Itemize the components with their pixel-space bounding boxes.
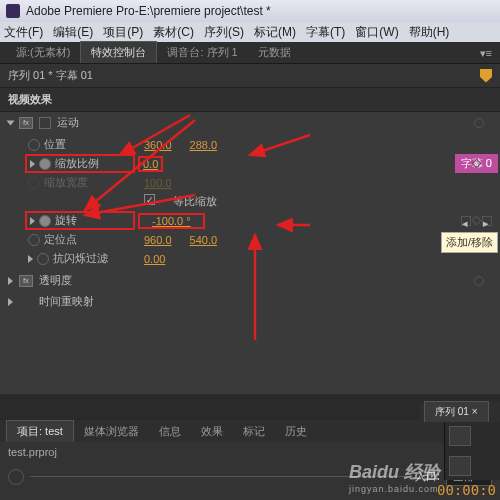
tooltip: 添加/移除 bbox=[441, 232, 498, 253]
prop-anchor-point: 定位点 960.0 540.0 bbox=[28, 230, 500, 249]
disclosure-icon[interactable] bbox=[30, 217, 35, 225]
add-keyframe-icon[interactable] bbox=[472, 216, 482, 226]
source-panel-tabs: 源:(无素材) 特效控制台 调音台: 序列 1 元数据 ▾≡ bbox=[0, 42, 500, 64]
menu-marker[interactable]: 标记(M) bbox=[254, 24, 296, 41]
position-y[interactable]: 288.0 bbox=[190, 139, 218, 151]
stopwatch-icon[interactable] bbox=[39, 158, 51, 170]
uniform-scale-checkbox[interactable]: ✓ bbox=[144, 194, 155, 205]
rotation-value[interactable]: -100.0 ° bbox=[138, 213, 205, 229]
stopwatch-icon[interactable] bbox=[28, 139, 40, 151]
tab-history[interactable]: 历史 bbox=[275, 421, 317, 442]
effect-bypass-icon[interactable] bbox=[474, 118, 484, 128]
prop-position: 位置 360.0 288.0 bbox=[28, 135, 500, 154]
prop-antiflicker: 抗闪烁过滤 0.00 bbox=[28, 249, 500, 268]
effect-motion[interactable]: fx 运动 bbox=[0, 112, 500, 133]
next-keyframe-icon[interactable]: ▸ bbox=[482, 216, 492, 226]
menu-edit[interactable]: 编辑(E) bbox=[53, 24, 93, 41]
scale-value[interactable]: 0.0 bbox=[138, 156, 163, 172]
prop-scale: 缩放比例 0.0 ◂▸ bbox=[28, 154, 500, 173]
prev-keyframe-icon[interactable]: ◂ bbox=[461, 216, 471, 226]
clip-name: 序列 01 * 字幕 01 bbox=[8, 68, 93, 83]
effect-motion-label: 运动 bbox=[57, 115, 79, 130]
tab-effect-controls[interactable]: 特效控制台 bbox=[80, 41, 157, 63]
prop-scale-width: 缩放宽度 100.0 bbox=[28, 173, 500, 192]
menu-project[interactable]: 项目(P) bbox=[103, 24, 143, 41]
fx-badge-icon[interactable]: fx bbox=[19, 275, 33, 287]
app-logo-icon bbox=[6, 4, 20, 18]
prop-uniform-scale: ✓等比缩放 bbox=[28, 192, 500, 211]
tab-markers[interactable]: 标记 bbox=[233, 421, 275, 442]
effect-motion-reset-icon[interactable] bbox=[39, 117, 51, 129]
watermark: Baidu 经验 jingyan.baidu.com bbox=[349, 460, 440, 494]
effect-time-remap-label: 时间重映射 bbox=[39, 294, 94, 309]
tab-effects[interactable]: 效果 bbox=[191, 421, 233, 442]
effect-controls-panel: 序列 01 * 字幕 01 字幕 0 视频效果 fx 运动 位置 360.0 2… bbox=[0, 64, 500, 394]
tab-media-browser[interactable]: 媒体浏览器 bbox=[74, 421, 149, 442]
window-titlebar: Adobe Premiere Pro - E:\premiere project… bbox=[0, 0, 500, 22]
anchor-x[interactable]: 960.0 bbox=[144, 234, 172, 246]
antiflicker-value[interactable]: 0.00 bbox=[144, 253, 165, 265]
timeline-tabs: 序列 01 × bbox=[420, 402, 500, 422]
clip-header: 序列 01 * 字幕 01 bbox=[0, 64, 500, 88]
selection-tool-icon[interactable] bbox=[449, 426, 471, 446]
panel-menu-icon[interactable]: ▾≡ bbox=[472, 44, 500, 63]
disclosure-icon[interactable] bbox=[8, 277, 13, 285]
fx-badge-icon[interactable]: fx bbox=[19, 117, 33, 129]
menu-title[interactable]: 字幕(T) bbox=[306, 24, 345, 41]
effect-opacity-label: 透明度 bbox=[39, 273, 72, 288]
stopwatch-icon[interactable] bbox=[28, 234, 40, 246]
tools-panel bbox=[444, 422, 500, 480]
search-icon[interactable] bbox=[8, 469, 24, 485]
anchor-y[interactable]: 540.0 bbox=[190, 234, 218, 246]
menu-help[interactable]: 帮助(H) bbox=[409, 24, 450, 41]
menu-sequence[interactable]: 序列(S) bbox=[204, 24, 244, 41]
position-x[interactable]: 360.0 bbox=[144, 139, 172, 151]
stopwatch-icon bbox=[28, 177, 40, 189]
disclosure-icon[interactable] bbox=[7, 120, 15, 125]
menu-clip[interactable]: 素材(C) bbox=[153, 24, 194, 41]
stopwatch-icon[interactable] bbox=[37, 253, 49, 265]
project-file: test.prproj bbox=[8, 446, 57, 461]
prop-rotation: 旋转 -100.0 ° ◂▸ bbox=[28, 211, 500, 230]
lower-panels: 序列 01 × 项目: test 媒体浏览器 信息 效果 标记 历史 ▾≡ te… bbox=[0, 420, 500, 500]
tab-source[interactable]: 源:(无素材) bbox=[6, 42, 80, 63]
uniform-scale-label: 等比缩放 bbox=[173, 194, 217, 209]
timecode[interactable]: 00:00:0 bbox=[437, 482, 496, 498]
tab-info[interactable]: 信息 bbox=[149, 421, 191, 442]
stopwatch-icon[interactable] bbox=[39, 215, 51, 227]
video-effects-header: 视频效果 bbox=[0, 88, 500, 112]
disclosure-icon[interactable] bbox=[28, 255, 33, 263]
tab-sequence[interactable]: 序列 01 × bbox=[424, 401, 489, 422]
effect-time-remap[interactable]: 时间重映射 bbox=[0, 291, 500, 312]
menu-file[interactable]: 文件(F) bbox=[4, 24, 43, 41]
app-name: Adobe Premiere Pro bbox=[26, 4, 135, 18]
effect-opacity[interactable]: fx 透明度 bbox=[0, 270, 500, 291]
scale-width-value: 100.0 bbox=[144, 177, 172, 189]
disclosure-icon[interactable] bbox=[8, 298, 13, 306]
menu-window[interactable]: 窗口(W) bbox=[355, 24, 398, 41]
effect-bypass-icon[interactable] bbox=[474, 276, 484, 286]
disclosure-icon[interactable] bbox=[30, 160, 35, 168]
tab-project[interactable]: 项目: test bbox=[6, 420, 74, 442]
track-select-tool-icon[interactable] bbox=[449, 456, 471, 476]
tab-audio-mixer[interactable]: 调音台: 序列 1 bbox=[157, 42, 247, 63]
project-path: E:\premiere project\test * bbox=[139, 4, 271, 18]
playhead-icon[interactable] bbox=[480, 69, 492, 83]
tab-metadata[interactable]: 元数据 bbox=[248, 42, 301, 63]
main-menu: 文件(F) 编辑(E) 项目(P) 素材(C) 序列(S) 标记(M) 字幕(T… bbox=[0, 22, 500, 42]
project-panel-tabs: 项目: test 媒体浏览器 信息 效果 标记 历史 ▾≡ bbox=[0, 420, 500, 442]
